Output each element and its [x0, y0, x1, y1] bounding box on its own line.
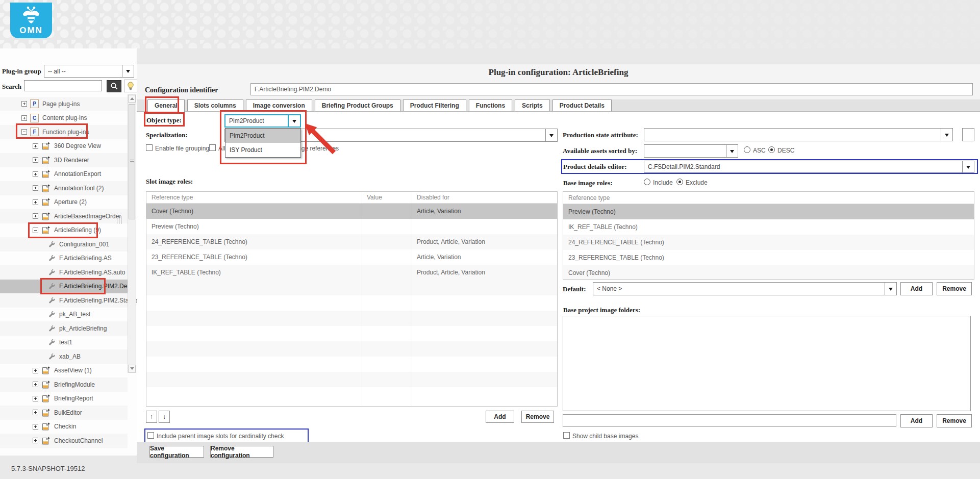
tree-item-annotationexport[interactable]: AnnotationExport	[0, 167, 128, 182]
tree-item-xab-ab[interactable]: xab_AB	[0, 349, 128, 364]
table-row-empty[interactable]	[146, 372, 557, 387]
production-state-select[interactable]	[644, 128, 953, 141]
tree-item-briefingmodule[interactable]: BriefingModule	[0, 377, 128, 392]
chevron-down-icon[interactable]	[885, 283, 896, 295]
tab-general[interactable]: General	[147, 99, 185, 112]
tree-item-checkoutchannel[interactable]: CheckoutChannel	[0, 434, 128, 448]
panel-splitter-grip[interactable]	[117, 216, 117, 224]
default-select[interactable]: < None >	[593, 282, 897, 295]
tree-item-articlebasedimageorder[interactable]: ArticleBasedImageOrder	[0, 209, 128, 223]
base-image-exclude-radio[interactable]	[676, 179, 683, 185]
tree-item-function-plug-ins[interactable]: FFunction plug-ins	[0, 125, 128, 139]
folder-add-button[interactable]: Add	[900, 414, 933, 427]
expand-plus-icon[interactable]	[21, 115, 27, 121]
tree-item-test1[interactable]: test1	[0, 336, 128, 350]
tree-scrollbar[interactable]	[128, 94, 136, 373]
base-project-folders-listbox[interactable]	[563, 316, 971, 411]
tree-item-f-articlebriefing-as[interactable]: F.ArticleBriefing.AS	[0, 251, 128, 266]
default-add-button[interactable]: Add	[900, 282, 933, 295]
tree-item-pk-ab-test[interactable]: pk_AB_test	[0, 308, 128, 322]
collapse-minus-icon[interactable]	[21, 129, 27, 135]
table-row-empty[interactable]	[146, 295, 557, 311]
scroll-down-button[interactable]	[128, 365, 136, 372]
expand-plus-icon[interactable]	[33, 213, 38, 219]
tree-item-page-plug-ins[interactable]: PPage plug-ins	[0, 97, 128, 111]
enable-file-grouping-checkbox[interactable]	[146, 144, 153, 151]
table-row-cover-techno[interactable]: Cover (Techno)Article, Variation	[146, 204, 557, 219]
table-row-empty[interactable]	[146, 341, 557, 357]
table-row-preview-techno[interactable]: Preview (Techno)	[146, 219, 557, 234]
tree-item-briefingreport[interactable]: BriefingReport	[0, 392, 128, 406]
tree-item-articlebriefing-9[interactable]: ArticleBriefing (9)	[0, 223, 128, 238]
tree-item-configuration-001[interactable]: Configuration_001	[0, 237, 128, 251]
search-button[interactable]	[107, 80, 121, 92]
table-row-empty[interactable]	[146, 387, 557, 402]
tab-product-filtering[interactable]: Product Filtering	[403, 99, 466, 111]
table-row-24-reference-table-techno[interactable]: 24_REFERENCE_TABLE (Techno)Product, Arti…	[146, 234, 557, 249]
remove-configuration-button[interactable]: Remove configuration	[210, 446, 273, 458]
slot-add-button[interactable]: Add	[486, 411, 514, 423]
table-row-preview-techno[interactable]: Preview (Techno)	[563, 204, 974, 219]
table-row-24-reference-table-techno[interactable]: 24_REFERENCE_TABLE (Techno)	[563, 235, 974, 250]
expand-plus-icon[interactable]	[33, 171, 38, 177]
tree-item-bulkeditor[interactable]: BulkEditor	[0, 406, 128, 420]
tree-item-360-degree-view[interactable]: 360 Degree View	[0, 139, 128, 154]
expand-plus-icon[interactable]	[33, 424, 38, 430]
tab-image-conversion[interactable]: Image conversion	[246, 99, 312, 111]
tree-item-assetview-1[interactable]: AssetView (1)	[0, 364, 128, 378]
tree-item-checkin[interactable]: Checkin	[0, 420, 128, 434]
expand-plus-icon[interactable]	[33, 396, 38, 401]
move-up-button[interactable]: ↑	[146, 411, 157, 423]
tree-item-content-plug-ins[interactable]: CContent plug-ins	[0, 111, 128, 125]
table-row-empty[interactable]	[146, 311, 557, 326]
tree-item-3d-renderer[interactable]: 3D Renderer	[0, 153, 128, 167]
save-configuration-button[interactable]: Save configuration	[149, 446, 204, 458]
table-row-ik-ref-table-techno[interactable]: IK_REF_TABLE (Techno)Product, Article, V…	[146, 265, 557, 280]
chevron-down-icon[interactable]	[545, 129, 557, 141]
expand-plus-icon[interactable]	[33, 185, 38, 191]
production-state-extra-box[interactable]	[962, 128, 974, 141]
configuration-identifier-input[interactable]	[250, 83, 973, 95]
search-input[interactable]	[24, 80, 102, 91]
move-down-button[interactable]: ↓	[159, 411, 170, 423]
expand-plus-icon[interactable]	[33, 199, 38, 205]
chevron-down-icon[interactable]	[962, 161, 974, 172]
table-row-empty[interactable]	[146, 357, 557, 372]
folder-remove-button[interactable]: Remove	[937, 414, 972, 427]
product-details-editor-select[interactable]: C.FSDetail.PIM2.Standard	[644, 161, 974, 173]
base-image-include-radio[interactable]	[644, 179, 650, 185]
tab-slots-columns[interactable]: Slots columns	[187, 99, 243, 111]
base-project-folder-input[interactable]	[563, 414, 896, 427]
table-row-empty[interactable]	[146, 280, 557, 295]
tab-scripts[interactable]: Scripts	[515, 99, 550, 111]
expand-plus-icon[interactable]	[33, 143, 38, 149]
scrollbar-thumb[interactable]	[129, 104, 135, 219]
slot-remove-button[interactable]: Remove	[521, 411, 554, 423]
expand-plus-icon[interactable]	[33, 157, 38, 163]
expand-plus-icon[interactable]	[21, 101, 27, 107]
chevron-down-icon[interactable]	[941, 129, 952, 141]
tree-item-annotationtool-2[interactable]: AnnotationTool (2)	[0, 181, 128, 195]
tab-product-details[interactable]: Product Details	[552, 99, 612, 111]
tree-item-f-articlebriefing-pim2-demo[interactable]: F.ArticleBriefing.PIM2.Demo	[0, 280, 128, 294]
dropdown-option-pim2product[interactable]: Pim2Product	[225, 129, 300, 143]
default-remove-button[interactable]: Remove	[937, 282, 972, 295]
expand-plus-icon[interactable]	[33, 368, 38, 373]
hint-button[interactable]	[124, 80, 137, 92]
tree-item-f-articlebriefing-pim2-standard[interactable]: F.ArticleBriefing.PIM2.Standard	[0, 293, 128, 308]
collapse-minus-icon[interactable]	[33, 228, 38, 233]
chevron-down-icon[interactable]	[122, 65, 134, 77]
table-row-empty[interactable]	[146, 326, 557, 341]
expand-plus-icon[interactable]	[33, 438, 38, 443]
scroll-up-button[interactable]	[128, 95, 136, 103]
expand-plus-icon[interactable]	[33, 382, 38, 387]
include-parent-checkbox[interactable]	[147, 432, 154, 439]
tab-functions[interactable]: Functions	[469, 99, 512, 111]
tab-briefing-product-groups[interactable]: Briefing Product Groups	[315, 99, 400, 111]
chevron-down-icon[interactable]	[726, 145, 738, 157]
sort-desc-radio[interactable]	[768, 146, 775, 153]
sort-asc-radio[interactable]	[744, 146, 750, 153]
table-row-ik-ref-table-techno[interactable]: IK_REF_TABLE (Techno)	[563, 219, 974, 235]
chevron-down-icon[interactable]	[288, 115, 300, 127]
allow-visualization-checkbox[interactable]	[209, 144, 216, 151]
